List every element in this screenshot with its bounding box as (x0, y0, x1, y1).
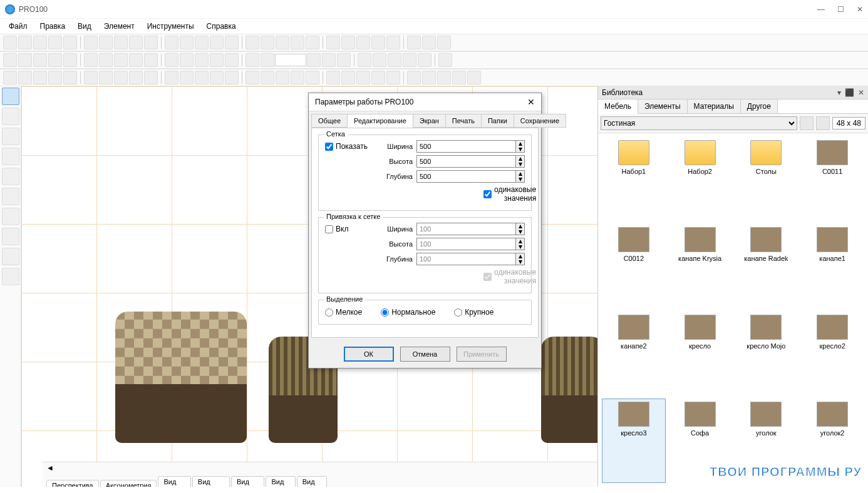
library-folder-select[interactable]: Гостиная (601, 116, 797, 130)
pin-icon[interactable]: ⬛ (845, 88, 854, 97)
tool-3[interactable] (2, 128, 19, 145)
toolbar-button[interactable] (452, 71, 466, 84)
grid-same-checkbox[interactable]: одинаковые значения (483, 185, 521, 203)
toolbar-button[interactable] (3, 53, 17, 67)
toolbar-button[interactable] (386, 36, 400, 49)
toolbar-button[interactable] (18, 53, 32, 67)
toolbar-button[interactable] (326, 71, 340, 84)
toolbar-button[interactable] (403, 53, 416, 67)
dlg-tab-print[interactable]: Печать (445, 114, 482, 128)
toolbar-button[interactable] (165, 53, 178, 67)
toolbar-button[interactable] (307, 53, 321, 67)
zoom-input[interactable] (275, 54, 306, 66)
tool-5[interactable] (2, 168, 19, 185)
dlg-tab-save[interactable]: Сохранение (514, 114, 566, 128)
toolbar-button[interactable] (195, 53, 209, 67)
toolbar-button[interactable] (144, 36, 158, 49)
minimize-button[interactable]: — (817, 5, 825, 14)
library-item[interactable]: C0012 (602, 224, 666, 308)
tool-select[interactable] (2, 88, 19, 105)
menu-tools[interactable]: Инструменты (142, 21, 199, 32)
toolbar-button[interactable] (326, 36, 340, 49)
library-item[interactable]: кресло Mojo (735, 312, 798, 396)
toolbar-button[interactable] (210, 36, 224, 49)
toolbar-button[interactable] (356, 71, 370, 84)
toolbar-button[interactable] (337, 53, 351, 67)
toolbar-button[interactable] (388, 53, 401, 67)
grid-height-input[interactable] (416, 155, 516, 168)
toolbar-button[interactable] (276, 36, 289, 49)
selection-normal-radio[interactable]: Нормальное (381, 308, 435, 317)
spin-icon[interactable]: ▴▾ (516, 170, 525, 183)
toolbar-button[interactable] (261, 36, 274, 49)
view-tab-back[interactable]: Вид сзади (266, 476, 295, 487)
tool-6[interactable] (2, 188, 19, 205)
toolbar-button[interactable] (418, 53, 431, 67)
spin-icon[interactable]: ▴▾ (516, 253, 525, 265)
lib-tab-elements[interactable]: Элементы (638, 99, 688, 113)
selection-small-radio[interactable]: Мелкое (325, 308, 362, 317)
tool-7[interactable] (2, 208, 19, 225)
toolbar-button[interactable] (63, 53, 77, 67)
toolbar-button[interactable] (291, 71, 304, 84)
library-item[interactable]: канапе1 (800, 224, 864, 308)
library-item[interactable]: канапе Krysia (668, 224, 732, 308)
toolbar-button[interactable] (291, 36, 304, 49)
tool-8[interactable] (2, 228, 19, 245)
toolbar-button[interactable] (437, 71, 451, 84)
dlg-tab-editing[interactable]: Редактирование (347, 114, 413, 128)
toolbar-button[interactable] (422, 71, 436, 84)
view-tab-perspective[interactable]: Перспектива (46, 480, 99, 487)
toolbar-button[interactable] (84, 36, 98, 49)
toolbar-button[interactable] (407, 36, 421, 49)
toolbar-button[interactable] (407, 71, 421, 84)
spin-icon[interactable]: ▴▾ (516, 140, 525, 153)
toolbar-button[interactable] (180, 53, 194, 67)
ok-button[interactable]: ОК (344, 347, 394, 362)
maximize-button[interactable]: ☐ (837, 5, 844, 14)
library-item[interactable]: кресло3 (602, 399, 666, 483)
spin-icon[interactable]: ▴▾ (516, 223, 525, 235)
view-tab-top[interactable]: Вид сверху (158, 476, 190, 487)
tool-4[interactable] (2, 148, 19, 165)
toolbar-button[interactable] (144, 71, 158, 84)
dlg-tab-general[interactable]: Общее (311, 114, 348, 128)
library-item[interactable]: кресло (668, 312, 732, 396)
scroll-left-icon[interactable]: ◄ (46, 464, 54, 472)
spin-icon[interactable]: ▴▾ (516, 155, 525, 168)
toolbar-button[interactable] (210, 71, 224, 84)
toolbar-button[interactable] (225, 53, 239, 67)
toolbar-button[interactable] (276, 71, 289, 84)
menu-view[interactable]: Вид (73, 21, 96, 32)
toolbar-button[interactable] (261, 71, 274, 84)
toolbar-button[interactable] (114, 71, 128, 84)
toolbar-button[interactable] (322, 53, 336, 67)
thumb-size-select[interactable]: 48 x 48 (832, 117, 865, 130)
menu-element[interactable]: Элемент (99, 21, 140, 32)
menu-edit[interactable]: Правка (35, 21, 71, 32)
grid-depth-input[interactable] (416, 170, 516, 183)
toolbar-button[interactable] (438, 53, 452, 67)
toolbar-button[interactable] (371, 71, 385, 84)
toolbar-button[interactable] (386, 71, 400, 84)
toolbar-button[interactable] (63, 36, 77, 49)
toolbar-button[interactable] (99, 53, 113, 67)
toolbar-button[interactable] (114, 36, 128, 49)
toolbar-button[interactable] (467, 71, 481, 84)
library-item[interactable]: кресло2 (800, 312, 864, 396)
lib-view-icon[interactable] (816, 116, 830, 130)
toolbar-button[interactable] (358, 53, 371, 67)
toolbar-button[interactable] (245, 53, 259, 67)
view-tab-right[interactable]: Вид справа (231, 476, 265, 487)
toolbar-button[interactable] (129, 71, 143, 84)
toolbar-button[interactable] (245, 36, 259, 49)
toolbar-button[interactable] (84, 71, 98, 84)
lib-tab-materials[interactable]: Материалы (688, 99, 741, 113)
spin-icon[interactable]: ▴▾ (516, 238, 525, 250)
grid-show-checkbox[interactable]: Показать (325, 142, 363, 151)
tool-10[interactable] (2, 268, 19, 285)
toolbar-button[interactable] (371, 36, 385, 49)
toolbar-button[interactable] (129, 36, 143, 49)
toolbar-button[interactable] (84, 53, 98, 67)
toolbar-button[interactable] (99, 36, 113, 49)
